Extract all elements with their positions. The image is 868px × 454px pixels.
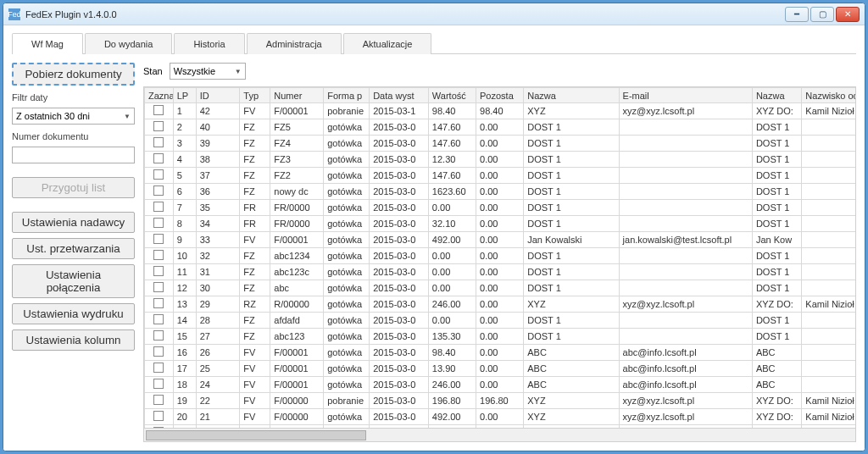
row-checkbox[interactable] — [153, 379, 164, 389]
cell-poz: 0.00 — [476, 152, 524, 168]
maximize-button[interactable]: ▢ — [810, 7, 834, 22]
table-row[interactable]: 1725FVF/00001gotówka2015-03-013.900.00AB… — [145, 361, 856, 377]
ustawienia-wydruku-button[interactable]: Ustawienia wydruku — [12, 303, 135, 324]
cell-typ: FV — [240, 409, 270, 425]
table-row[interactable]: 636FZnowy dcgotówka2015-03-01623.600.00D… — [145, 184, 856, 200]
col-header[interactable]: Nazwisko odbior — [802, 88, 855, 103]
cell-email — [619, 264, 752, 280]
ust-przetwarzania-button[interactable]: Ust. przetwarzania — [12, 238, 135, 259]
row-checkbox[interactable] — [153, 218, 164, 228]
col-header[interactable]: Pozosta — [476, 88, 524, 103]
col-header[interactable]: Wartość — [428, 88, 476, 103]
table-row[interactable]: 933FVF/00001gotówka2015-03-0492.000.00Ja… — [145, 232, 856, 248]
cell-nazw — [802, 119, 855, 136]
table-row[interactable]: 339FZFZ4gotówka2015-03-0147.600.00DOST 1… — [145, 136, 856, 152]
cell-typ: FZ — [240, 184, 270, 200]
row-checkbox[interactable] — [153, 314, 164, 324]
row-checkbox[interactable] — [153, 411, 164, 421]
cell-lp: 1 — [173, 103, 196, 119]
cell-id: 32 — [196, 248, 240, 264]
row-checkbox[interactable] — [153, 137, 164, 147]
col-header[interactable]: LP — [173, 88, 196, 103]
tab-historia[interactable]: Historia — [174, 33, 244, 54]
table-row[interactable]: 1428FZafdafdgotówka2015-03-00.000.00DOST… — [145, 313, 856, 329]
table-row[interactable]: 1131FZabc123cgotówka2015-03-00.000.00DOS… — [145, 264, 856, 280]
cell-nazw — [802, 152, 855, 168]
cell-email — [619, 216, 752, 232]
cell-poz: 0.00 — [476, 119, 524, 136]
table-row[interactable]: 1527FZabc123gotówka2015-03-0135.300.00DO… — [145, 329, 856, 345]
table-row[interactable]: 834FRFR/0000gotówka2015-03-032.100.00DOS… — [145, 216, 856, 232]
table-row[interactable]: 1230FZabcgotówka2015-03-00.000.00DOST 1D… — [145, 280, 856, 296]
numer-dokumentu-input[interactable] — [12, 147, 135, 163]
table-row[interactable]: 735FRFR/0000gotówka2015-03-00.000.00DOST… — [145, 200, 856, 216]
row-checkbox[interactable] — [153, 153, 164, 163]
horizontal-scrollbar[interactable] — [144, 428, 855, 441]
cell-id: 27 — [196, 329, 240, 345]
table-row[interactable]: 438FZFZ3gotówka2015-03-012.300.00DOST 1D… — [145, 152, 856, 168]
cell-nazwa2: ABC — [752, 377, 801, 393]
col-header[interactable]: Data wyst — [370, 88, 429, 103]
table-row[interactable]: 240FZFZ5gotówka2015-03-0147.600.00DOST 1… — [145, 119, 856, 136]
filtr-daty-select[interactable]: Z ostatnich 30 dni ▼ — [12, 108, 135, 125]
table-row[interactable]: 1824FVF/00001gotówka2015-03-0246.000.00A… — [145, 377, 856, 393]
pobierz-dokumenty-button[interactable]: Pobierz dokumenty — [12, 63, 135, 86]
scrollbar-thumb[interactable] — [146, 430, 366, 440]
table-row[interactable]: 537FZFZ2gotówka2015-03-0147.600.00DOST 1… — [145, 168, 856, 184]
row-checkbox[interactable] — [153, 298, 164, 308]
row-checkbox[interactable] — [153, 105, 164, 115]
minimize-button[interactable]: ━ — [785, 7, 809, 22]
tab-administracja[interactable]: Administracja — [247, 33, 342, 54]
row-checkbox[interactable] — [153, 202, 164, 212]
col-header[interactable]: Nazwa — [524, 88, 619, 103]
col-header[interactable]: Numer — [270, 88, 324, 103]
cell-typ: FR — [240, 200, 270, 216]
row-checkbox[interactable] — [153, 346, 164, 357]
cell-lp: 13 — [173, 296, 196, 313]
row-checkbox[interactable] — [153, 282, 164, 292]
cell-nazwa: XYZ — [524, 409, 619, 425]
cell-forma: gotówka — [324, 184, 370, 200]
col-header[interactable]: Forma p — [324, 88, 370, 103]
ustawienia-nadawcy-button[interactable]: Ustawienia nadawcy — [12, 212, 135, 233]
cell-forma: gotówka — [324, 345, 370, 361]
table-row[interactable]: 1626FVF/00001gotówka2015-03-098.400.00AB… — [145, 345, 856, 361]
tab-aktualizacje[interactable]: Aktualizacje — [343, 33, 432, 54]
row-checkbox[interactable] — [153, 185, 164, 196]
col-header[interactable]: Nazwa — [752, 88, 801, 103]
cell-wart: 12.30 — [428, 152, 476, 168]
row-checkbox[interactable] — [153, 250, 164, 260]
cell-nazwa: DOST 1 — [524, 313, 619, 329]
row-checkbox[interactable] — [153, 395, 164, 405]
window-title: FedEx Plugin v1.4.0.0 — [25, 9, 785, 19]
stan-select[interactable]: Wszystkie ▼ — [170, 63, 246, 80]
row-checkbox[interactable] — [153, 121, 164, 131]
row-checkbox[interactable] — [153, 169, 164, 180]
row-checkbox[interactable] — [153, 234, 164, 244]
row-checkbox[interactable] — [153, 266, 164, 276]
cell-typ: FZ — [240, 152, 270, 168]
cell-forma: gotówka — [324, 280, 370, 296]
close-button[interactable]: ✕ — [836, 7, 860, 22]
col-header[interactable]: Zaznacz — [145, 88, 174, 103]
cell-data: 2015-03-0 — [370, 168, 429, 184]
col-header[interactable]: ID — [196, 88, 240, 103]
tab-wfmag[interactable]: Wf Mag — [12, 33, 83, 54]
row-checkbox[interactable] — [153, 363, 164, 373]
cell-poz: 98.40 — [476, 103, 524, 119]
cell-forma: gotówka — [324, 248, 370, 264]
row-checkbox[interactable] — [153, 330, 164, 340]
table-row[interactable]: 1922FVF/00000pobranie2015-03-0196.80196.… — [145, 393, 856, 409]
table-row[interactable]: 1329RZR/00000gotówka2015-03-0246.000.00X… — [145, 296, 856, 313]
grid-scroll[interactable]: ZaznaczLPIDTypNumerForma pData wystWarto… — [144, 87, 855, 428]
cell-lp: 4 — [173, 152, 196, 168]
ustawienia-polaczenia-button[interactable]: Ustawienia połączenia — [12, 264, 135, 298]
tab-dowydania[interactable]: Do wydania — [85, 33, 172, 54]
col-header[interactable]: E-mail — [619, 88, 752, 103]
table-row[interactable]: 2021FVF/00000gotówka2015-03-0492.000.00X… — [145, 409, 856, 425]
przygotuj-list-button[interactable]: Przygotuj list — [12, 177, 135, 198]
col-header[interactable]: Typ — [240, 88, 270, 103]
table-row[interactable]: 1032FZabc1234gotówka2015-03-00.000.00DOS… — [145, 248, 856, 264]
ustawienia-kolumn-button[interactable]: Ustawienia kolumn — [12, 329, 135, 351]
table-row[interactable]: 142FVF/00001pobranie2015-03-198.4098.40X… — [145, 103, 856, 119]
